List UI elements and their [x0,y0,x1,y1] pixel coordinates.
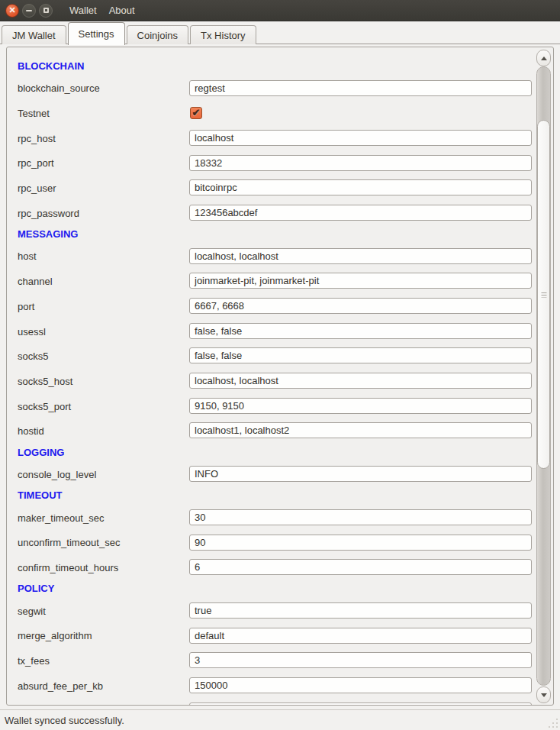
scrollbar-grip-icon [541,292,546,297]
scroll-up-button[interactable] [536,50,551,66]
rpc-user-input[interactable]: bitcoinrpc [189,179,532,195]
maximize-icon [43,8,49,13]
socks5-label: socks5 [18,350,48,362]
resize-grip[interactable] [548,718,558,728]
socks5-input[interactable]: false, false [189,347,532,363]
section-header-messaging: MESSAGING [7,225,533,244]
host-label: host [18,250,37,262]
usessl-label: usessl [18,325,46,337]
socks5-port-label: socks5_port [18,400,71,412]
scrollbar-thumb[interactable] [537,120,550,469]
rpc-host-input[interactable]: localhost [189,130,532,146]
scroll-up-icon [541,57,547,60]
rpc-password-label: rpc_password [18,207,79,218]
rpc-password-input[interactable]: 123456abcdef [189,205,532,221]
joinmarket-wallet-window: ✕ Wallet About JM WalletSettingsCoinjoin… [0,0,560,730]
menubar: Wallet About [63,0,141,21]
hostid-label: hostid [18,425,44,437]
form-row-usessl: usesslfalse, false [7,318,533,344]
console-log-level-label: console_log_level [18,468,96,480]
form-row-blockchain-source: blockchain_sourceregtest [7,76,533,101]
rpc-host-label: rpc_host [18,132,56,144]
rpc-port-input[interactable]: 18332 [189,155,532,171]
confirm-timeout-hours-label: confirm_timeout_hours [18,562,118,573]
window-close-button[interactable]: ✕ [5,4,19,18]
form-row-hostid: hostidlocalhost1, localhost2 [7,418,533,444]
form-row-segwit: segwittrue [7,598,533,623]
titlebar: ✕ Wallet About [0,0,560,21]
scrollbar-track[interactable] [536,66,551,686]
console-log-level-input[interactable]: INFO [189,466,532,482]
tx-fees-label: tx_fees [18,655,50,667]
menu-wallet[interactable]: Wallet [63,0,103,21]
channel-label: channel [18,276,53,287]
settings-scroll-area: BLOCKCHAINblockchain_sourceregtestTestne… [6,47,554,706]
socks5-host-label: socks5_host [18,375,72,386]
checkmark-icon: ✔ [192,108,201,118]
form-row-socks5-port: socks5_port9150, 9150 [7,393,533,418]
testnet-checkbox[interactable]: ✔ [190,107,202,119]
form-row-partial-field [7,698,533,705]
scroll-down-button[interactable] [536,686,551,703]
settings-form: BLOCKCHAINblockchain_sourceregtestTestne… [7,47,533,705]
tab-bar: JM WalletSettingsCoinjoinsTx History [0,21,560,44]
segwit-label: segwit [18,605,46,616]
tx-fees-input[interactable]: 3 [189,652,532,668]
hostid-input[interactable]: localhost1, localhost2 [189,422,532,438]
vertical-scrollbar [536,49,551,703]
form-row-maker-timeout-sec: maker_timeout_sec30 [7,505,533,530]
merge-algorithm-input[interactable]: default [189,628,532,644]
socks5-port-input[interactable]: 9150, 9150 [189,398,532,414]
form-row-rpc-password: rpc_password123456abcdef [7,200,533,225]
section-header-timeout: TIMEOUT [7,486,533,505]
confirm-timeout-hours-input[interactable]: 6 [189,559,532,575]
rpc-user-label: rpc_user [18,182,56,194]
window-maximize-button[interactable] [39,4,53,18]
form-row-console-log-level: console_log_levelINFO [7,462,533,487]
maker-timeout-sec-input[interactable]: 30 [189,509,532,525]
form-row-host: hostlocalhost, localhost [7,244,533,269]
tab-settings[interactable]: Settings [68,22,125,45]
form-row-confirm-timeout-hours: confirm_timeout_hours6 [7,555,533,580]
form-row-tx-fees: tx_fees3 [7,648,533,673]
tab-tx-history[interactable]: Tx History [190,25,256,44]
unconfirm-timeout-sec-label: unconfirm_timeout_sec [18,537,120,548]
testnet-label: Testnet [18,108,50,119]
absurd-fee-per-kb-label: absurd_fee_per_kb [18,680,103,691]
segwit-input[interactable]: true [189,602,532,619]
channel-input[interactable]: joinmarket-pit, joinmarket-pit [189,273,532,289]
section-header-blockchain: BLOCKCHAIN [7,57,533,76]
usessl-input[interactable]: false, false [189,323,532,339]
form-row-socks5-host: socks5_hostlocalhost, localhost [7,369,533,394]
rpc-port-label: rpc_port [18,157,54,169]
form-row-rpc-user: rpc_userbitcoinrpc [7,176,533,201]
tab-coinjoins[interactable]: Coinjoins [127,25,188,44]
menu-about[interactable]: About [103,0,141,21]
absurd-fee-per-kb-input[interactable]: 150000 [189,677,532,693]
section-header-policy: POLICY [7,580,533,598]
form-row-port: port6667, 6668 [7,294,533,319]
partial-field-input[interactable] [189,703,532,705]
close-icon: ✕ [8,6,15,15]
host-input[interactable]: localhost, localhost [189,248,532,264]
status-message: Wallet synced successfully. [5,715,124,726]
port-input[interactable]: 6667, 6668 [189,298,532,314]
form-row-rpc-host: rpc_hostlocalhost [7,125,533,150]
minimize-icon [26,10,32,11]
blockchain-source-label: blockchain_source [18,82,100,94]
socks5-host-input[interactable]: localhost, localhost [189,373,532,389]
section-header-logging: LOGGING [7,444,533,462]
form-row-absurd-fee-per-kb: absurd_fee_per_kb150000 [7,673,533,698]
maker-timeout-sec-label: maker_timeout_sec [18,512,104,523]
form-row-channel: channeljoinmarket-pit, joinmarket-pit [7,269,533,294]
merge-algorithm-label: merge_algorithm [18,630,92,641]
form-row-unconfirm-timeout-sec: unconfirm_timeout_sec90 [7,530,533,555]
tab-jm-wallet[interactable]: JM Wallet [2,25,66,44]
form-row-socks5: socks5false, false [7,344,533,369]
blockchain-source-input[interactable]: regtest [189,80,532,96]
port-label: port [18,300,34,312]
form-row-testnet: Testnet✔ [7,101,533,126]
window-minimize-button[interactable] [22,4,36,18]
unconfirm-timeout-sec-input[interactable]: 90 [189,535,532,551]
form-row-merge-algorithm: merge_algorithmdefault [7,623,533,648]
